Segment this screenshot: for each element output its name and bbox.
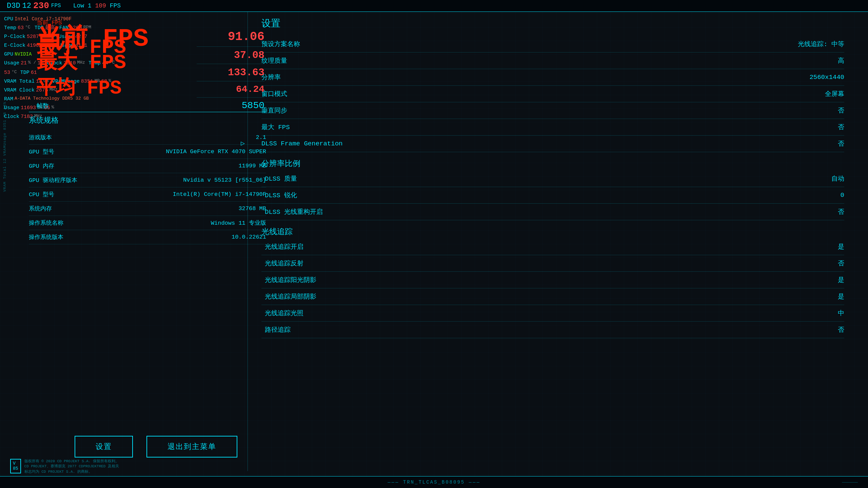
specs-key: GPU 型号 xyxy=(29,148,54,156)
settings-rt-row: 光线追踪反射 否 xyxy=(261,255,844,272)
specs-key: CPU 型号 xyxy=(29,190,54,198)
current-fps-top: 230 xyxy=(33,1,49,11)
settings-val: 否 xyxy=(838,123,844,131)
settings-key: 纹理质量 xyxy=(261,56,287,65)
specs-section: 系统规格 游戏版本 2.1 GPU 型号 NVIDIA GeForce RTX … xyxy=(29,115,266,244)
temp-label: Temp xyxy=(4,24,16,32)
settings-rt-row: 光线追踪阳光阴影 是 xyxy=(261,272,844,288)
settings-key: 窗口模式 xyxy=(261,89,287,98)
specs-table: 游戏版本 2.1 GPU 型号 NVIDIA GeForce RTX 4070 … xyxy=(29,130,266,244)
exit-button[interactable]: 退出到主菜单 xyxy=(146,436,237,458)
specs-row: 系统内存 32768 MB xyxy=(29,202,266,216)
settings-val: 否 xyxy=(838,139,844,148)
settings-ratio-row: DLSS 锐化 0 xyxy=(261,187,844,204)
ratio-section-header: 分辨率比例 xyxy=(261,158,844,169)
specs-key: GPU 内存 xyxy=(29,162,54,170)
settings-ratio-row: DLSS 质量 自动 xyxy=(261,170,844,187)
settings-ratio-table: DLSS 质量 自动 DLSS 锐化 0 DLSS 光线重构开启 否 xyxy=(261,170,844,220)
settings-ratio-val: 自动 xyxy=(831,174,844,183)
version-box: V 85 版权所有 © 2020 CD PROJEKT S.A. 保留所有权利。… xyxy=(10,459,119,474)
settings-ratio-val: 否 xyxy=(838,207,844,216)
settings-rt-key: 光线追踪局部阴影 xyxy=(261,292,316,301)
fps-avg-val: 64.24 xyxy=(197,81,264,98)
settings-rt-row: 光线追踪局部阴影 是 xyxy=(261,288,844,305)
d3d-num: 12 xyxy=(22,2,31,10)
specs-key: 操作系统名称 xyxy=(29,219,63,227)
settings-row: 纹理质量 高 xyxy=(261,53,844,69)
specs-row: 游戏版本 2.1 xyxy=(29,130,266,145)
settings-key: 垂直同步 xyxy=(261,106,287,115)
settings-title: 设置 xyxy=(261,17,844,33)
fps-max-val: 133.63 xyxy=(197,64,264,81)
settings-ratio-key: DLSS 锐化 xyxy=(261,191,297,200)
settings-rt-key: 光线追踪阳光阴影 xyxy=(261,276,316,284)
specs-title: 系统规格 xyxy=(29,115,266,125)
specs-row: CPU 型号 Intel(R) Core(TM) i7-14790F xyxy=(29,187,266,202)
settings-key: 最大 FPS xyxy=(261,123,290,131)
fps-current-val: 91.06 xyxy=(197,27,264,47)
specs-row: 操作系统名称 Windows 11 专业版 xyxy=(29,216,266,230)
specs-row: 操作系统版本 10.0.22621 xyxy=(29,230,266,244)
version-text: 版权所有 © 2020 CD PROJEKT S.A. 保留所有权利。CD PR… xyxy=(24,459,119,474)
settings-rt-row: 光线追踪开启 是 xyxy=(261,239,844,255)
settings-ratio-key: DLSS 质量 xyxy=(261,174,297,183)
settings-row: 垂直同步 否 xyxy=(261,102,844,119)
settings-row: DLSS Frame Generation 否 xyxy=(261,136,844,152)
settings-rt-val: 中 xyxy=(838,309,844,318)
top-bar: D3D 12 230 FPS Low 1 109 FPS xyxy=(0,0,868,12)
specs-key: 操作系统版本 xyxy=(29,233,63,241)
bottom-right-text: —————— xyxy=(842,480,858,485)
specs-key: GPU 驱动程序版本 xyxy=(29,176,77,184)
cpu-label: CPU xyxy=(4,15,13,23)
side-text: VRAM Total 12 VRAMUsage 8351 MB 68% xyxy=(3,102,7,192)
settings-ratio-key: DLSS 光线重构开启 xyxy=(261,207,323,216)
settings-val: 否 xyxy=(838,106,844,115)
fps-overlay-max: 最大 FPS xyxy=(37,53,126,73)
settings-rt-table: 光线追踪开启 是 光线追踪反射 否 光线追踪阳光阴影 是 光线追踪局部阴影 是 … xyxy=(261,239,844,338)
settings-val: 868x488 xyxy=(809,74,844,81)
settings-rt-key: 光线追踪反射 xyxy=(261,259,303,268)
fps-min-val: 37.08 xyxy=(197,47,264,64)
settings-rt-row: 光线追踪光照 中 xyxy=(261,305,844,322)
settings-ratio-row: DLSS 光线重构开启 否 xyxy=(261,204,844,220)
bottom-bar: ——— TRN_TLCAS_B08095 ——— —————— xyxy=(0,476,868,488)
cursor-indicator: ▷ xyxy=(241,139,245,147)
settings-rt-row: 路径追踪 否 xyxy=(261,322,844,338)
settings-row: 预设方案名称 光线追踪: 中等 xyxy=(261,36,844,53)
settings-main-table: 预设方案名称 光线追踪: 中等 纹理质量 高 分辨率 868x488 窗口模… xyxy=(261,36,844,152)
bottom-center-text: ——— TRN_TLCAS_B08095 ——— xyxy=(388,480,480,485)
buttons-row: 设置 退出到主菜单 xyxy=(75,436,237,458)
settings-rt-val: 否 xyxy=(838,325,844,334)
settings-rt-key: 光线追踪光照 xyxy=(261,309,303,318)
max-fps-big: 最大 FPS xyxy=(37,53,126,73)
ram-usage-row: Usage 11693 MB 35 % xyxy=(4,104,118,112)
version-badge: V 85 xyxy=(10,459,21,473)
settings-rt-val: 是 xyxy=(838,292,844,301)
d3d-info: D3D 12 230 FPS Low 1 109 FPS xyxy=(7,1,121,11)
specs-row: GPU 内存 11999 MB xyxy=(29,159,266,173)
specs-key: 系统内存 xyxy=(29,205,52,212)
specs-row: GPU 驱动程序版本 Nvidia v 55123 [r551_06] xyxy=(29,173,266,187)
settings-rt-val: 否 xyxy=(838,259,844,268)
settings-val: 全屏幕 xyxy=(825,89,844,98)
d3d-label: D3D xyxy=(7,2,20,10)
low-label: Low 1 109 FPS xyxy=(73,2,121,9)
fps-frames-val: 5850 xyxy=(197,98,264,114)
settings-rt-val: 是 xyxy=(838,242,844,251)
settings-key: DLSS Frame Generation xyxy=(261,140,342,147)
specs-key: 游戏版本 xyxy=(29,134,52,141)
specs-row: GPU 型号 NVIDIA GeForce RTX 4070 SUPER xyxy=(29,145,266,159)
settings-rt-key: 路径追踪 xyxy=(261,325,291,334)
settings-row: 窗口模式 全屏幕 xyxy=(261,86,844,102)
settings-val: 光线追踪: 中等 xyxy=(798,40,844,48)
settings-row: 分辨率 868x488 xyxy=(261,69,844,86)
settings-panel: 设置 预设方案名称 光线追踪: 中等 纹理质量 高 分辨率 868x488 … xyxy=(248,12,858,471)
settings-rt-key: 光线追踪开启 xyxy=(261,242,303,251)
fps-unit-top: FPS xyxy=(51,3,61,9)
frames-label: 帧数 xyxy=(37,102,49,110)
settings-button[interactable]: 设置 xyxy=(75,436,133,458)
settings-rt-val: 是 xyxy=(838,276,844,284)
fps-values: 91.06 37.08 133.63 64.24 5850 xyxy=(197,27,264,114)
settings-ratio-val: 0 xyxy=(841,191,844,199)
avg-fps-label: 平均 FPS xyxy=(37,79,122,98)
